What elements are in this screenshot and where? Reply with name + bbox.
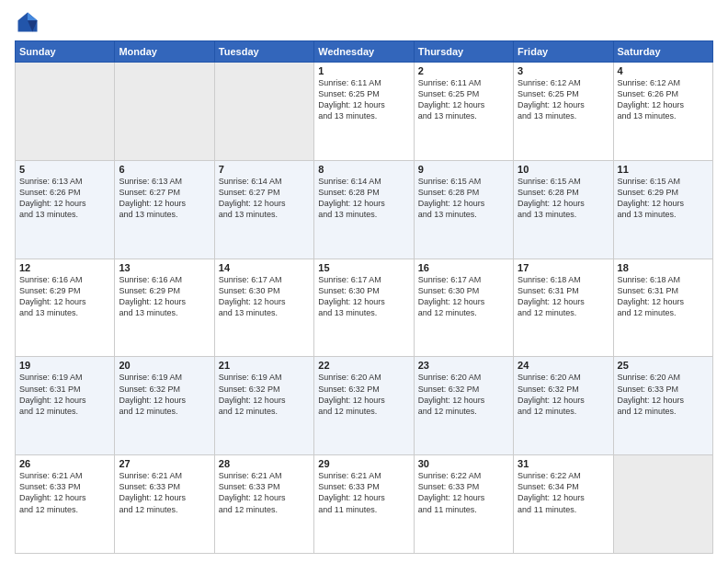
day-number: 28 bbox=[219, 458, 310, 469]
day-info: Sunrise: 6:13 AM Sunset: 6:26 PM Dayligh… bbox=[19, 176, 110, 221]
calendar-cell: 10Sunrise: 6:15 AM Sunset: 6:28 PM Dayli… bbox=[514, 160, 613, 259]
calendar-cell: 6Sunrise: 6:13 AM Sunset: 6:27 PM Daylig… bbox=[115, 160, 214, 259]
calendar-week-2: 5Sunrise: 6:13 AM Sunset: 6:26 PM Daylig… bbox=[16, 160, 713, 259]
calendar-cell: 18Sunrise: 6:18 AM Sunset: 6:31 PM Dayli… bbox=[613, 259, 712, 357]
calendar-cell: 4Sunrise: 6:12 AM Sunset: 6:26 PM Daylig… bbox=[613, 63, 712, 161]
day-info: Sunrise: 6:20 AM Sunset: 6:32 PM Dayligh… bbox=[318, 372, 409, 417]
day-number: 6 bbox=[119, 164, 210, 175]
calendar-cell bbox=[214, 63, 313, 161]
calendar-cell: 27Sunrise: 6:21 AM Sunset: 6:33 PM Dayli… bbox=[115, 455, 214, 554]
weekday-header-tuesday: Tuesday bbox=[214, 41, 313, 63]
day-info: Sunrise: 6:19 AM Sunset: 6:32 PM Dayligh… bbox=[119, 372, 210, 417]
day-number: 1 bbox=[318, 65, 409, 76]
day-number: 11 bbox=[618, 164, 709, 175]
calendar-cell: 22Sunrise: 6:20 AM Sunset: 6:32 PM Dayli… bbox=[314, 357, 414, 455]
day-number: 14 bbox=[219, 262, 310, 273]
calendar-cell: 31Sunrise: 6:22 AM Sunset: 6:34 PM Dayli… bbox=[514, 455, 613, 554]
day-number: 5 bbox=[19, 164, 110, 175]
logo-icon bbox=[15, 9, 40, 35]
calendar-cell: 5Sunrise: 6:13 AM Sunset: 6:26 PM Daylig… bbox=[16, 160, 115, 259]
day-info: Sunrise: 6:14 AM Sunset: 6:28 PM Dayligh… bbox=[318, 176, 409, 221]
day-number: 29 bbox=[318, 458, 409, 469]
day-number: 7 bbox=[219, 164, 310, 175]
calendar-cell: 23Sunrise: 6:20 AM Sunset: 6:32 PM Dayli… bbox=[414, 357, 513, 455]
day-info: Sunrise: 6:11 AM Sunset: 6:25 PM Dayligh… bbox=[418, 77, 509, 122]
calendar-cell: 9Sunrise: 6:15 AM Sunset: 6:28 PM Daylig… bbox=[414, 160, 513, 259]
weekday-header-row: SundayMondayTuesdayWednesdayThursdayFrid… bbox=[16, 41, 713, 63]
calendar-cell bbox=[115, 63, 214, 161]
day-info: Sunrise: 6:18 AM Sunset: 6:31 PM Dayligh… bbox=[518, 274, 609, 319]
calendar-cell: 19Sunrise: 6:19 AM Sunset: 6:31 PM Dayli… bbox=[16, 357, 115, 455]
calendar-cell bbox=[16, 63, 115, 161]
calendar-cell: 12Sunrise: 6:16 AM Sunset: 6:29 PM Dayli… bbox=[16, 259, 115, 357]
day-info: Sunrise: 6:17 AM Sunset: 6:30 PM Dayligh… bbox=[418, 274, 509, 319]
day-info: Sunrise: 6:20 AM Sunset: 6:32 PM Dayligh… bbox=[518, 372, 609, 417]
calendar-week-5: 26Sunrise: 6:21 AM Sunset: 6:33 PM Dayli… bbox=[16, 455, 713, 554]
calendar-cell: 24Sunrise: 6:20 AM Sunset: 6:32 PM Dayli… bbox=[514, 357, 613, 455]
day-info: Sunrise: 6:15 AM Sunset: 6:28 PM Dayligh… bbox=[418, 176, 509, 221]
calendar-week-3: 12Sunrise: 6:16 AM Sunset: 6:29 PM Dayli… bbox=[16, 259, 713, 357]
page: SundayMondayTuesdayWednesdayThursdayFrid… bbox=[0, 0, 728, 563]
day-info: Sunrise: 6:20 AM Sunset: 6:33 PM Dayligh… bbox=[618, 372, 709, 417]
weekday-header-monday: Monday bbox=[115, 41, 214, 63]
day-info: Sunrise: 6:21 AM Sunset: 6:33 PM Dayligh… bbox=[19, 470, 110, 515]
day-info: Sunrise: 6:13 AM Sunset: 6:27 PM Dayligh… bbox=[119, 176, 210, 221]
day-number: 26 bbox=[19, 458, 110, 469]
calendar-cell: 29Sunrise: 6:21 AM Sunset: 6:33 PM Dayli… bbox=[314, 455, 414, 554]
day-number: 24 bbox=[518, 360, 609, 371]
day-info: Sunrise: 6:11 AM Sunset: 6:25 PM Dayligh… bbox=[318, 77, 409, 122]
weekday-header-friday: Friday bbox=[514, 41, 613, 63]
day-info: Sunrise: 6:21 AM Sunset: 6:33 PM Dayligh… bbox=[119, 470, 210, 515]
day-number: 22 bbox=[318, 360, 409, 371]
day-number: 3 bbox=[518, 65, 609, 76]
day-info: Sunrise: 6:12 AM Sunset: 6:25 PM Dayligh… bbox=[518, 77, 609, 122]
calendar-cell: 13Sunrise: 6:16 AM Sunset: 6:29 PM Dayli… bbox=[115, 259, 214, 357]
day-info: Sunrise: 6:18 AM Sunset: 6:31 PM Dayligh… bbox=[618, 274, 709, 319]
day-number: 27 bbox=[119, 458, 210, 469]
calendar-cell: 3Sunrise: 6:12 AM Sunset: 6:25 PM Daylig… bbox=[514, 63, 613, 161]
day-info: Sunrise: 6:22 AM Sunset: 6:34 PM Dayligh… bbox=[518, 470, 609, 515]
calendar-cell: 15Sunrise: 6:17 AM Sunset: 6:30 PM Dayli… bbox=[314, 259, 414, 357]
day-number: 13 bbox=[119, 262, 210, 273]
day-number: 17 bbox=[518, 262, 609, 273]
calendar-cell: 28Sunrise: 6:21 AM Sunset: 6:33 PM Dayli… bbox=[214, 455, 313, 554]
weekday-header-thursday: Thursday bbox=[414, 41, 513, 63]
day-number: 18 bbox=[618, 262, 709, 273]
calendar-cell: 2Sunrise: 6:11 AM Sunset: 6:25 PM Daylig… bbox=[414, 63, 513, 161]
day-number: 20 bbox=[119, 360, 210, 371]
calendar-cell: 14Sunrise: 6:17 AM Sunset: 6:30 PM Dayli… bbox=[214, 259, 313, 357]
day-number: 30 bbox=[418, 458, 509, 469]
day-number: 4 bbox=[618, 65, 709, 76]
day-info: Sunrise: 6:19 AM Sunset: 6:31 PM Dayligh… bbox=[19, 372, 110, 417]
day-info: Sunrise: 6:17 AM Sunset: 6:30 PM Dayligh… bbox=[318, 274, 409, 319]
day-number: 19 bbox=[19, 360, 110, 371]
day-info: Sunrise: 6:16 AM Sunset: 6:29 PM Dayligh… bbox=[119, 274, 210, 319]
day-info: Sunrise: 6:20 AM Sunset: 6:32 PM Dayligh… bbox=[418, 372, 509, 417]
header bbox=[15, 9, 713, 35]
day-number: 2 bbox=[418, 65, 509, 76]
day-info: Sunrise: 6:12 AM Sunset: 6:26 PM Dayligh… bbox=[618, 77, 709, 122]
calendar-cell: 25Sunrise: 6:20 AM Sunset: 6:33 PM Dayli… bbox=[613, 357, 712, 455]
svg-marker-1 bbox=[28, 13, 38, 21]
calendar-cell: 16Sunrise: 6:17 AM Sunset: 6:30 PM Dayli… bbox=[414, 259, 513, 357]
calendar-week-1: 1Sunrise: 6:11 AM Sunset: 6:25 PM Daylig… bbox=[16, 63, 713, 161]
weekday-header-sunday: Sunday bbox=[16, 41, 115, 63]
day-info: Sunrise: 6:19 AM Sunset: 6:32 PM Dayligh… bbox=[219, 372, 310, 417]
calendar-cell: 30Sunrise: 6:22 AM Sunset: 6:33 PM Dayli… bbox=[414, 455, 513, 554]
weekday-header-saturday: Saturday bbox=[613, 41, 712, 63]
calendar-cell: 17Sunrise: 6:18 AM Sunset: 6:31 PM Dayli… bbox=[514, 259, 613, 357]
day-number: 12 bbox=[19, 262, 110, 273]
day-info: Sunrise: 6:15 AM Sunset: 6:29 PM Dayligh… bbox=[618, 176, 709, 221]
day-info: Sunrise: 6:14 AM Sunset: 6:27 PM Dayligh… bbox=[219, 176, 310, 221]
calendar-cell: 8Sunrise: 6:14 AM Sunset: 6:28 PM Daylig… bbox=[314, 160, 414, 259]
day-info: Sunrise: 6:16 AM Sunset: 6:29 PM Dayligh… bbox=[19, 274, 110, 319]
day-number: 10 bbox=[518, 164, 609, 175]
day-info: Sunrise: 6:17 AM Sunset: 6:30 PM Dayligh… bbox=[219, 274, 310, 319]
day-info: Sunrise: 6:15 AM Sunset: 6:28 PM Dayligh… bbox=[518, 176, 609, 221]
day-info: Sunrise: 6:21 AM Sunset: 6:33 PM Dayligh… bbox=[219, 470, 310, 515]
calendar-cell: 20Sunrise: 6:19 AM Sunset: 6:32 PM Dayli… bbox=[115, 357, 214, 455]
calendar-cell bbox=[613, 455, 712, 554]
calendar-cell: 1Sunrise: 6:11 AM Sunset: 6:25 PM Daylig… bbox=[314, 63, 414, 161]
weekday-header-wednesday: Wednesday bbox=[314, 41, 414, 63]
calendar-cell: 7Sunrise: 6:14 AM Sunset: 6:27 PM Daylig… bbox=[214, 160, 313, 259]
